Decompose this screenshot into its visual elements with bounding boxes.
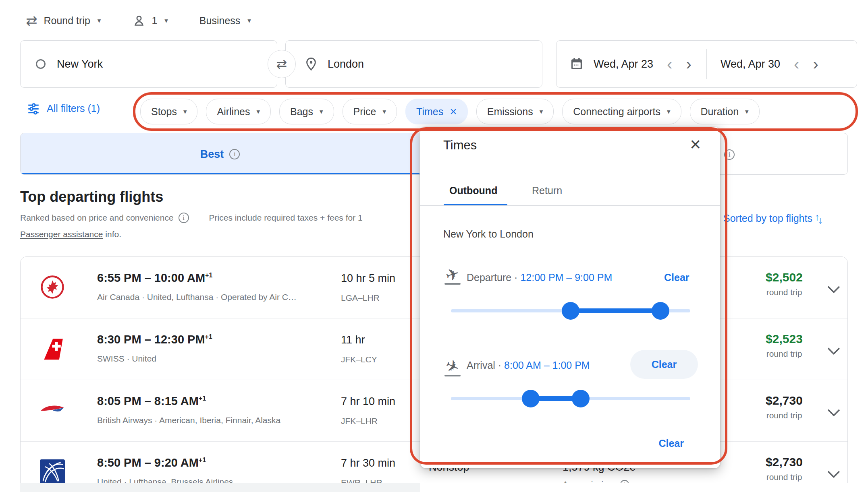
departure-slider-end-handle[interactable] bbox=[652, 302, 669, 320]
air-canada-logo bbox=[40, 275, 65, 300]
filter-chip-duration[interactable]: Duration ▾ bbox=[690, 99, 760, 124]
flight-price: $2,523 bbox=[748, 332, 820, 346]
return-date-previous-button[interactable]: ‹ bbox=[794, 56, 799, 72]
next-day-indicator: +1 bbox=[199, 457, 206, 463]
flight-times: 8:05 PM – 8:15 AM+1 bbox=[97, 395, 206, 408]
chevron-down-icon: ▾ bbox=[183, 107, 187, 116]
expand-chevron-icon[interactable] bbox=[829, 467, 839, 477]
popup-route-label: New York to London bbox=[443, 228, 534, 240]
popup-clear-all-button[interactable]: Clear bbox=[658, 438, 684, 449]
united-logo bbox=[40, 459, 65, 483]
sort-arrows-icon: ↑↓ bbox=[815, 213, 823, 224]
times-filter-popup: Times × Outbound Return New York to Lond… bbox=[420, 127, 720, 468]
departure-date-next-button[interactable]: › bbox=[686, 56, 691, 72]
info-icon[interactable] bbox=[179, 213, 189, 223]
price-unit: round trip bbox=[748, 472, 820, 482]
chip-label: Emissions bbox=[487, 106, 533, 118]
filter-chip-bags[interactable]: Bags ▾ bbox=[279, 99, 334, 124]
active-tab-indicator bbox=[444, 204, 507, 205]
expand-chevron-icon[interactable] bbox=[829, 343, 839, 354]
chevron-down-icon[interactable]: ▾ bbox=[164, 17, 168, 25]
expand-chevron-icon[interactable] bbox=[829, 405, 839, 416]
filter-chip-emissions[interactable]: Emissions ▾ bbox=[476, 99, 554, 124]
clear-label: Clear bbox=[652, 359, 677, 370]
flight-duration: 11 hr bbox=[341, 334, 365, 346]
chevron-down-icon: ▾ bbox=[320, 107, 323, 116]
passenger-assistance-link[interactable]: Passenger assistance bbox=[20, 229, 103, 239]
active-tab-indicator bbox=[21, 173, 419, 175]
info-icon[interactable] bbox=[620, 480, 629, 483]
prices-note: Prices include required taxes + fees for… bbox=[209, 213, 363, 223]
flight-duration: 7 hr 10 min bbox=[341, 395, 395, 408]
filter-chip-stops[interactable]: Stops ▾ bbox=[140, 99, 197, 124]
price-column: $2,523 round trip bbox=[748, 318, 820, 380]
popup-title: Times bbox=[443, 138, 477, 153]
tune-filter-icon bbox=[27, 101, 40, 115]
departure-time-label: Departure · 12:00 PM – 9:00 PM bbox=[467, 272, 612, 283]
close-icon[interactable]: × bbox=[450, 105, 457, 118]
filter-chip-connecting-airports[interactable]: Connecting airports ▾ bbox=[562, 99, 681, 124]
flight-price: $2,502 bbox=[748, 271, 820, 284]
passenger-count-selector[interactable]: 1 bbox=[152, 15, 157, 27]
tab-best[interactable]: Best bbox=[21, 133, 419, 175]
next-day-indicator: +1 bbox=[205, 333, 212, 340]
filter-chip-price[interactable]: Price ▾ bbox=[343, 99, 397, 124]
flight-price: $2,730 bbox=[748, 455, 820, 469]
chip-label: Duration bbox=[701, 106, 739, 118]
british-airways-logo bbox=[40, 403, 65, 417]
plane-landing-icon: ✈ bbox=[441, 357, 464, 376]
emissions-note: Avg emissions bbox=[563, 480, 629, 483]
departure-slider-start-handle[interactable] bbox=[562, 302, 579, 320]
departure-clear-button[interactable]: Clear bbox=[664, 272, 689, 283]
arrival-slider-end-handle[interactable] bbox=[572, 390, 590, 407]
chevron-down-icon[interactable]: ▾ bbox=[247, 17, 251, 25]
popup-tab-bar: Outbound Return bbox=[420, 179, 720, 206]
price-column: $2,730 round trip bbox=[748, 442, 820, 483]
next-day-indicator: +1 bbox=[199, 395, 206, 402]
all-filters-button[interactable]: All filters (1) bbox=[27, 101, 100, 115]
all-filters-label: All filters (1) bbox=[47, 103, 100, 114]
price-column: $2,730 round trip bbox=[748, 380, 820, 441]
arrival-slider-start-handle[interactable] bbox=[522, 390, 540, 407]
info-icon[interactable] bbox=[724, 149, 735, 160]
location-pin-icon bbox=[305, 57, 317, 71]
tab-outbound[interactable]: Outbound bbox=[449, 185, 497, 196]
flight-route: JFK–LHR bbox=[341, 416, 378, 426]
expand-chevron-icon[interactable] bbox=[829, 282, 839, 292]
calendar-icon bbox=[570, 57, 583, 71]
destination-field[interactable]: London bbox=[285, 40, 542, 88]
chip-label: Airlines bbox=[217, 106, 250, 118]
assistance-line: Passenger assistance info. bbox=[20, 229, 121, 239]
sorted-by-button[interactable]: Sorted by top flights ↑↓ bbox=[723, 213, 823, 224]
return-date-field[interactable]: Wed, Apr 30 ‹ › bbox=[707, 41, 857, 87]
filter-chip-times-active[interactable]: Times × bbox=[405, 99, 468, 124]
tab-return[interactable]: Return bbox=[532, 185, 562, 196]
departure-time-slider bbox=[451, 302, 690, 320]
cabin-class-selector[interactable]: Business bbox=[199, 15, 240, 27]
trip-type-selector[interactable]: Round trip bbox=[44, 15, 90, 27]
price-column: $2,502 round trip bbox=[748, 257, 820, 318]
list-end-strip bbox=[20, 483, 420, 492]
origin-circle-icon bbox=[36, 59, 46, 69]
round-trip-arrows-icon: ⇄ bbox=[26, 12, 37, 29]
return-date-next-button[interactable]: › bbox=[813, 56, 818, 72]
swap-origin-destination-button[interactable]: ⇄ bbox=[268, 50, 296, 78]
chevron-down-icon[interactable]: ▾ bbox=[98, 17, 101, 25]
next-day-indicator: +1 bbox=[205, 272, 212, 279]
results-subtitle: Ranked based on price and convenience Pr… bbox=[20, 213, 363, 223]
filter-chip-airlines[interactable]: Airlines ▾ bbox=[206, 99, 271, 124]
info-icon[interactable] bbox=[229, 149, 240, 159]
origin-value: New York bbox=[57, 58, 103, 70]
flight-carriers: United · Lufthansa, Brussels Airlines bbox=[97, 477, 233, 483]
flight-times: 8:30 PM – 12:30 PM+1 bbox=[97, 333, 212, 346]
arrival-clear-button[interactable]: Clear bbox=[630, 350, 698, 379]
departure-date-previous-button[interactable]: ‹ bbox=[667, 56, 672, 72]
flight-route: EWR–LHR bbox=[341, 478, 382, 483]
swap-arrows-icon: ⇄ bbox=[276, 56, 287, 72]
chip-label: Stops bbox=[151, 106, 177, 118]
close-icon[interactable]: × bbox=[690, 135, 701, 153]
arrival-time-label: Arrival · 8:00 AM – 1:00 PM bbox=[467, 360, 590, 371]
departure-date-field[interactable]: Wed, Apr 23 ‹ › bbox=[557, 41, 706, 87]
origin-field[interactable]: New York bbox=[20, 40, 277, 88]
flight-carriers: Air Canada · United, Lufthansa · Operate… bbox=[97, 292, 297, 302]
